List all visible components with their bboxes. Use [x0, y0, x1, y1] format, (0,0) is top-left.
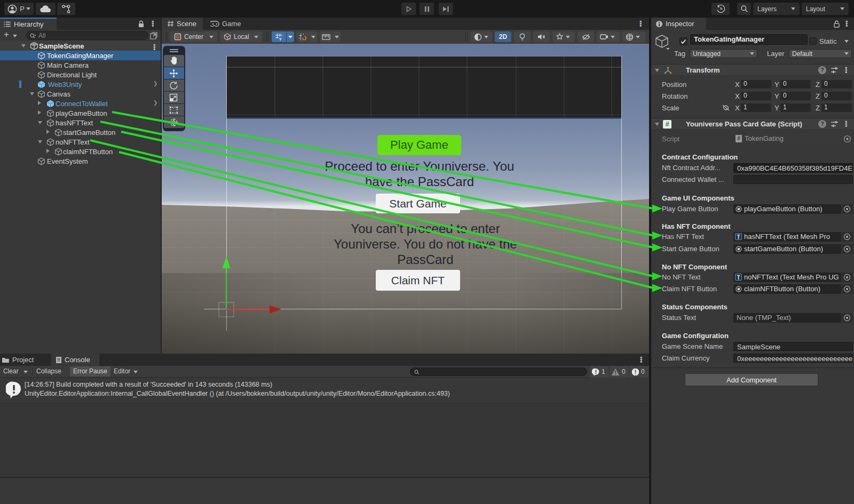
svg-text:Y: Y: [279, 37, 282, 41]
